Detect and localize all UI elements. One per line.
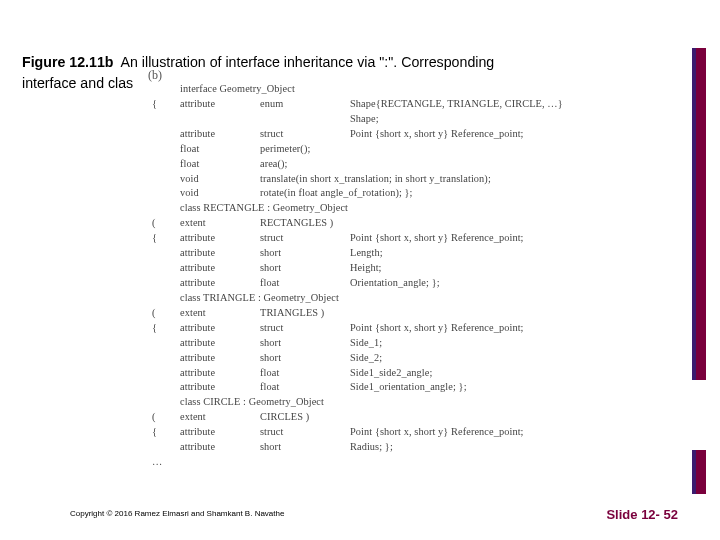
code-col-type: float [260,366,350,381]
code-col-type: short [260,261,350,276]
code-col-keyword: extent [180,410,260,425]
code-col-value: Point {short x, short y} Reference_point… [350,127,524,142]
code-col-brace: … [152,455,180,470]
code-row: {attributestructPoint {short x, short y}… [152,231,563,246]
code-row: attributefloatOrientation_angle; }; [152,276,563,291]
code-col-value: Length; [350,246,383,261]
code-col-type: struct [260,321,350,336]
code-col-type: perimeter(); [260,142,350,157]
code-col-type [260,455,350,470]
code-col-brace [152,261,180,276]
code-col-brace [152,440,180,455]
code-col-type: float [260,276,350,291]
code-col-keyword: attribute [180,276,260,291]
code-col-value: Side_2; [350,351,382,366]
code-col-type: short [260,246,350,261]
code-row: interface Geometry_Object [152,82,563,97]
code-col-brace [152,82,180,97]
code-col-brace [152,112,180,127]
code-col-keyword: attribute [180,97,260,112]
code-col-keyword [180,112,260,127]
code-col-brace: ( [152,410,180,425]
code-col-brace [152,127,180,142]
code-row: {attributeenumShape{RECTANGLE, TRIANGLE,… [152,97,563,112]
code-col-keyword: void [180,172,260,187]
code-row: voidtranslate(in short x_translation; in… [152,172,563,187]
code-col-value: Radius; }; [350,440,393,455]
figure-label: Figure 12.11b [22,54,113,70]
code-col-keyword: attribute [180,336,260,351]
code-span-line: class RECTANGLE : Geometry_Object [180,201,348,216]
code-col-value: Shape; [350,112,379,127]
caption-line1: An illustration of interface inheritance… [121,54,495,70]
code-row: voidrotate(in float angle_of_rotation); … [152,186,563,201]
code-col-keyword: attribute [180,425,260,440]
code-row: attributeshortRadius; }; [152,440,563,455]
code-col-brace [152,186,180,201]
code-col-keyword: extent [180,216,260,231]
code-col-type: short [260,351,350,366]
code-col-keyword: attribute [180,351,260,366]
code-col-type: float [260,380,350,395]
code-col-value: Side1_orientation_angle; }; [350,380,467,395]
code-col-type: short [260,440,350,455]
code-row: attributeshortSide_1; [152,336,563,351]
code-col-value: Point {short x, short y} Reference_point… [350,321,524,336]
code-col-keyword: attribute [180,127,260,142]
code-row: class CIRCLE : Geometry_Object [152,395,563,410]
code-row: Shape; [152,112,563,127]
code-row: … [152,455,563,470]
code-col-value: Height; [350,261,382,276]
code-row: class TRIANGLE : Geometry_Object [152,291,563,306]
code-col-brace [152,291,180,306]
code-col-value: Orientation_angle; }; [350,276,440,291]
code-col-brace [152,157,180,172]
code-col-keyword: void [180,186,260,201]
code-col-type: enum [260,97,350,112]
code-col-value: Side_1; [350,336,382,351]
code-col-keyword [180,455,260,470]
code-col-type: CIRCLES ) [260,410,350,425]
code-col-type: struct [260,231,350,246]
code-col-brace: { [152,321,180,336]
code-row: attributeshortLength; [152,246,563,261]
code-col-keyword: attribute [180,366,260,381]
code-row: floatarea(); [152,157,563,172]
caption-line2: interface and clas [22,75,133,91]
code-span-line: class CIRCLE : Geometry_Object [180,395,324,410]
code-block: interface Geometry_Object{attributeenumS… [152,82,563,470]
code-row: attributefloatSide1_side2_angle; [152,366,563,381]
code-col-brace [152,201,180,216]
code-col-value: Side1_side2_angle; [350,366,432,381]
code-col-keyword: attribute [180,321,260,336]
code-col-brace [152,395,180,410]
code-col-keyword: attribute [180,440,260,455]
code-col-keyword: attribute [180,380,260,395]
accent-stripe-gap [692,380,706,450]
code-col-type: struct [260,127,350,142]
code-col-keyword: attribute [180,231,260,246]
code-row: floatperimeter(); [152,142,563,157]
code-row: {attributestructPoint {short x, short y}… [152,425,563,440]
code-col-brace: { [152,425,180,440]
code-col-brace [152,351,180,366]
code-row: attributestructPoint {short x, short y} … [152,127,563,142]
code-col-brace: ( [152,216,180,231]
copyright-text: Copyright © 2016 Ramez Elmasri and Shamk… [70,509,284,518]
code-row: attributeshortSide_2; [152,351,563,366]
code-row: (extentCIRCLES ) [152,410,563,425]
code-col-brace [152,366,180,381]
code-col-brace [152,380,180,395]
subfigure-label: (b) [148,68,162,83]
code-col-brace: { [152,97,180,112]
code-col-keyword: float [180,142,260,157]
code-col-keyword: attribute [180,246,260,261]
slide-number: Slide 12- 52 [606,507,678,522]
code-col-keyword: attribute [180,261,260,276]
code-col-type: short [260,336,350,351]
code-row: attributefloatSide1_orientation_angle; }… [152,380,563,395]
code-row: (extentTRIANGLES ) [152,306,563,321]
code-col-type [260,112,350,127]
code-col-brace [152,336,180,351]
code-col-value: Point {short x, short y} Reference_point… [350,425,524,440]
